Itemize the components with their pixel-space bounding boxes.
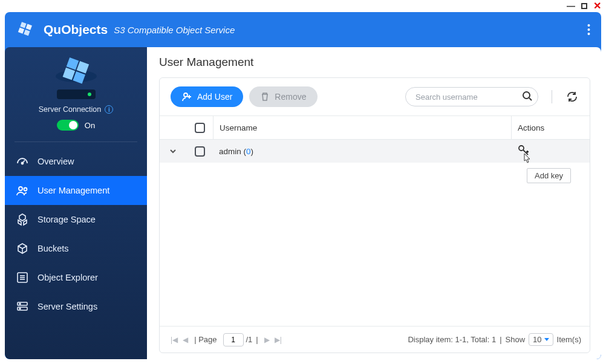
page-input[interactable] [223,333,244,346]
svg-point-29 [523,92,530,99]
gauge-icon [16,155,29,168]
svg-line-30 [529,98,532,100]
list-icon [16,271,29,284]
svg-point-4 [588,24,590,27]
server-status-block: Server Connection i On [5,51,147,139]
pager-first-button[interactable]: |◀ [168,336,180,344]
remove-button: Remove [249,86,317,107]
sidebar-item-label: Object Explorer [37,273,98,282]
column-actions: Actions [511,116,590,139]
main-content: User Management Add User Remove [147,47,601,359]
toolbar: Add User Remove [160,78,590,115]
svg-point-26 [184,93,187,97]
svg-point-5 [588,28,590,31]
trash-icon [260,92,270,102]
svg-rect-2 [18,28,24,34]
sidebar-item-server-settings[interactable]: Server Settings [5,292,147,321]
server-illustration-icon [46,54,106,103]
add-user-button[interactable]: Add User [171,86,243,107]
page-total: /1 [246,335,253,344]
svg-point-13 [88,93,91,96]
svg-rect-0 [20,22,26,28]
add-user-label: Add User [197,92,232,102]
display-summary: Display item: 1-1, Total: 1 [408,335,496,344]
row-checkbox[interactable] [195,146,205,157]
select-all-checkbox[interactable] [195,123,205,133]
app-subtitle: S3 Compatible Object Service [114,25,235,35]
app-logo-icon [16,20,35,39]
items-label: Item(s) [557,335,581,344]
sidebar: Server Connection i On Overview User Man… [5,47,147,359]
search-input[interactable] [405,87,538,106]
svg-point-31 [519,146,524,151]
svg-point-17 [24,188,27,191]
sidebar-divider [15,141,137,142]
pager-last-button[interactable]: ▶| [272,336,284,344]
boxes-icon [16,213,29,226]
sidebar-item-overview[interactable]: Overview [5,147,147,176]
app-header: QuObjects S3 Compatible Object Service [5,12,601,47]
sidebar-nav: Overview User Management Storage Space B… [5,147,147,321]
svg-point-16 [19,187,22,190]
sidebar-item-label: Server Settings [37,302,97,311]
sidebar-item-label: Storage Space [37,215,96,224]
window-maximize-button[interactable] [581,2,587,10]
window-close-button[interactable]: ✕ [593,1,601,11]
row-expand-toggle[interactable] [160,148,186,155]
svg-point-6 [588,33,590,35]
app-container: QuObjects S3 Compatible Object Service [5,12,601,359]
add-key-button[interactable] [517,144,530,157]
page-title: User Management [159,56,590,69]
sidebar-item-buckets[interactable]: Buckets [5,234,147,263]
svg-rect-1 [26,24,32,30]
table-row[interactable]: admin (0) Add key [160,140,590,163]
pager-prev-button[interactable]: ◀ [180,336,191,344]
window-minimize-button[interactable]: — [567,2,575,10]
server-connection-label: Server Connection [39,105,102,114]
header-menu-button[interactable] [587,24,590,36]
add-key-tooltip: Add key [527,168,571,183]
svg-point-25 [19,308,21,310]
info-icon[interactable]: i [105,105,113,114]
show-label: Show [506,335,526,344]
chevron-down-icon [544,338,549,341]
users-icon [16,184,29,197]
toolbar-divider [552,90,552,103]
sidebar-item-label: User Management [37,186,109,195]
table-footer: |◀ ◀ | Page /1 | ▶ ▶| Display item: 1-1,… [160,326,590,353]
server-connection-toggle[interactable] [57,120,79,131]
refresh-button[interactable] [565,90,579,103]
page-size-select[interactable]: 10 [529,333,553,346]
search-field [405,87,538,106]
user-plus-icon [181,91,192,102]
svg-rect-3 [24,30,30,36]
table-body: admin (0) Add key [160,140,590,326]
pager-next-button[interactable]: ▶ [262,336,272,344]
remove-label: Remove [275,92,306,102]
svg-point-24 [19,304,21,305]
content-panel: Add User Remove [159,77,590,353]
cube-icon [16,242,29,255]
sidebar-item-label: Buckets [37,244,69,253]
table-header: Username Actions [160,115,590,140]
sidebar-item-label: Overview [37,157,74,166]
svg-point-15 [22,163,24,164]
app-title: QuObjects [44,22,108,37]
row-username: admin (0) [213,147,511,156]
page-label: Page [198,335,217,344]
server-connection-state: On [85,121,95,130]
server-icon [16,300,29,313]
search-icon[interactable] [521,90,533,102]
sidebar-item-user-management[interactable]: User Management [5,176,147,205]
sidebar-item-storage-space[interactable]: Storage Space [5,205,147,234]
cursor-icon [521,152,532,164]
svg-rect-8 [66,57,79,70]
sidebar-item-object-explorer[interactable]: Object Explorer [5,263,147,292]
window-titlebar: — ✕ [0,0,606,12]
column-username[interactable]: Username [213,116,511,139]
